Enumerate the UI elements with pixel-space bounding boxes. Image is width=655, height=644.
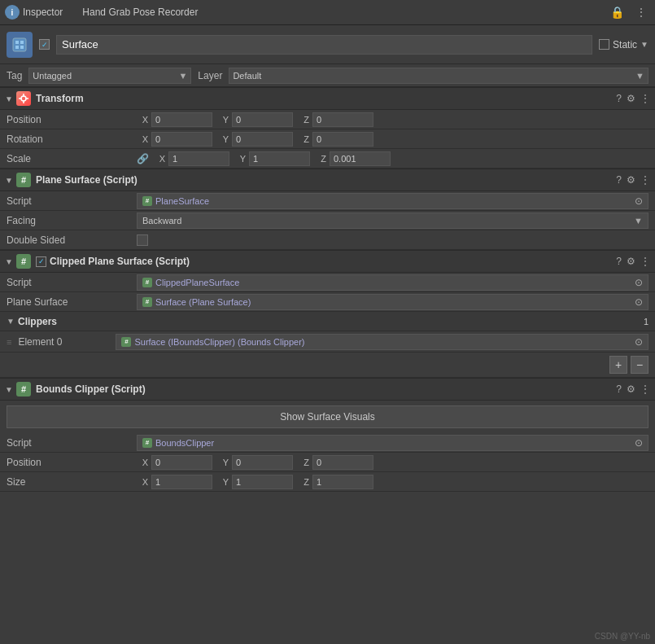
transform-body: Position X Y Z Rotation X Y: [0, 110, 655, 169]
clipped-enabled-checkbox[interactable]: ✓: [36, 256, 46, 267]
rot-y-label: Y: [217, 134, 229, 144]
cps-script-icon: #: [142, 278, 152, 287]
pos-y-label: Y: [217, 115, 229, 125]
clipped-plane-title: Clipped Plane Surface (Script): [50, 256, 616, 267]
rot-x-label: X: [137, 134, 148, 144]
cps-script-target-icon[interactable]: ⊙: [635, 277, 643, 288]
bc-script-target-icon[interactable]: ⊙: [635, 437, 643, 449]
svg-rect-2: [20, 41, 24, 44]
bc-size-x-input[interactable]: [151, 475, 212, 489]
bounds-menu-icon[interactable]: ⋮: [640, 383, 650, 395]
clippers-label: Clippers: [18, 316, 57, 327]
pos-z-label: Z: [298, 115, 309, 125]
bounds-clipper-title: Bounds Clipper (Script): [36, 383, 616, 395]
plane-surface-settings-icon[interactable]: ⚙: [627, 174, 635, 186]
element-ref-icon: #: [121, 337, 131, 347]
layer-select[interactable]: Default ▼: [229, 68, 648, 84]
bc-size-y-input[interactable]: [232, 475, 293, 489]
facing-dropdown[interactable]: Backward ▼: [137, 212, 648, 229]
svg-rect-0: [13, 38, 26, 51]
object-enabled-checkbox[interactable]: ✓: [39, 39, 50, 50]
object-name-input[interactable]: [56, 35, 592, 55]
bounds-clipper-section-header[interactable]: ▼ # Bounds Clipper (Script) ? ⚙ ⋮: [0, 378, 655, 401]
ps-script-icon: #: [142, 196, 152, 206]
position-y-input[interactable]: [232, 112, 293, 127]
clipped-menu-icon[interactable]: ⋮: [640, 256, 650, 267]
plane-surface-help-icon[interactable]: ?: [616, 174, 622, 186]
tag-value: Untagged: [33, 71, 72, 81]
layer-value: Default: [233, 71, 261, 81]
inspector-title: Inspector: [23, 7, 63, 18]
bounds-settings-icon[interactable]: ⚙: [627, 383, 635, 395]
cps-script-ref: # ClippedPlaneSurface ⊙: [137, 274, 648, 291]
scale-z-label: Z: [315, 154, 326, 164]
bc-position-x-input[interactable]: [151, 455, 212, 470]
plane-surface-menu-icon[interactable]: ⋮: [640, 174, 650, 186]
static-dropdown-arrow[interactable]: ▼: [640, 40, 648, 49]
transform-collapse-arrow: ▼: [5, 94, 13, 103]
plane-surface-ref-icon: #: [142, 297, 152, 307]
bc-position-y-input[interactable]: [232, 455, 293, 470]
transform-settings-icon[interactable]: ⚙: [627, 93, 635, 104]
plane-surface-ref-target-icon[interactable]: ⊙: [635, 296, 643, 308]
bc-size-z-input[interactable]: [312, 475, 373, 489]
bounds-help-icon[interactable]: ?: [616, 383, 622, 395]
clipped-settings-icon[interactable]: ⚙: [627, 256, 635, 267]
scale-y-input[interactable]: [249, 151, 310, 166]
scale-x-input[interactable]: [168, 151, 229, 166]
double-sided-label: Double Sided: [7, 234, 137, 246]
static-checkbox[interactable]: [599, 39, 609, 50]
bc-size-row: Size X Y Z: [0, 472, 655, 492]
show-surface-visuals-button[interactable]: Show Surface Visuals: [7, 405, 648, 428]
clipped-plane-section-header[interactable]: ▼ # ✓ Clipped Plane Surface (Script) ? ⚙…: [0, 250, 655, 273]
position-z-input[interactable]: [312, 112, 373, 127]
object-icon: [7, 32, 33, 58]
ps-script-target-icon[interactable]: ⊙: [635, 195, 643, 207]
tag-select[interactable]: Untagged ▼: [28, 68, 191, 84]
svg-rect-3: [15, 46, 19, 49]
clipped-help-icon[interactable]: ?: [616, 256, 622, 267]
remove-element-button[interactable]: −: [631, 356, 648, 374]
element-0-row: ≡ Element 0 # Surface (IBoundsClipper) (…: [0, 331, 655, 353]
transform-menu-icon[interactable]: ⋮: [640, 93, 650, 104]
rotation-x-input[interactable]: [151, 132, 212, 147]
pos-x-label: X: [137, 115, 148, 125]
window-title: Hand Grab Pose Recorder: [82, 7, 198, 18]
double-sided-checkbox[interactable]: [137, 234, 148, 246]
position-x-input[interactable]: [151, 112, 212, 127]
rotation-row: Rotation X Y Z: [0, 129, 655, 149]
transform-help-icon[interactable]: ?: [616, 93, 622, 104]
bc-script-ref: # BoundsClipper ⊙: [137, 435, 648, 451]
plane-surface-ref-row: Plane Surface # Surface (Plane Surface) …: [0, 292, 655, 312]
header-menu-icon[interactable]: ⋮: [632, 4, 650, 20]
bc-script-value: BoundsClipper: [155, 438, 214, 448]
transform-section-header[interactable]: ▼ Transform ? ⚙ ⋮: [0, 87, 655, 110]
rotation-z-input[interactable]: [312, 132, 373, 147]
scale-z-input[interactable]: [330, 151, 391, 166]
bc-pos-z-label: Z: [298, 458, 309, 467]
object-row: ✓ Static ▼: [0, 25, 655, 64]
scale-y-label: Y: [234, 154, 246, 164]
header-bar: i Inspector Hand Grab Pose Recorder 🔒 ⋮: [0, 0, 655, 25]
plane-surface-ref: # Surface (Plane Surface) ⊙: [137, 294, 648, 310]
bc-position-z-input[interactable]: [312, 455, 373, 470]
add-element-button[interactable]: +: [609, 356, 627, 374]
bounds-clipper-body: Show Surface Visuals Script # BoundsClip…: [0, 405, 655, 492]
plane-surface-section-header[interactable]: ▼ # Plane Surface (Script) ? ⚙ ⋮: [0, 169, 655, 191]
rotation-y-input[interactable]: [232, 132, 293, 147]
position-label: Position: [7, 114, 137, 125]
bc-size-label: Size: [7, 476, 137, 488]
static-label: Static: [613, 39, 637, 50]
layer-label: Layer: [198, 70, 222, 81]
plane-surface-icon: #: [16, 173, 31, 187]
scale-row: Scale 🔗 X Y Z: [0, 149, 655, 169]
ps-script-label: Script: [7, 195, 137, 207]
bc-pos-x-label: X: [137, 458, 148, 467]
tag-label: Tag: [7, 70, 22, 81]
svg-rect-1: [15, 41, 19, 44]
transform-icon: [16, 91, 31, 106]
tag-layer-row: Tag Untagged ▼ Layer Default ▼: [0, 64, 655, 87]
lock-icon[interactable]: 🔒: [607, 4, 627, 20]
clipped-plane-body: Script # ClippedPlaneSurface ⊙ Plane Sur…: [0, 273, 655, 378]
element-target-icon[interactable]: ⊙: [635, 336, 643, 348]
